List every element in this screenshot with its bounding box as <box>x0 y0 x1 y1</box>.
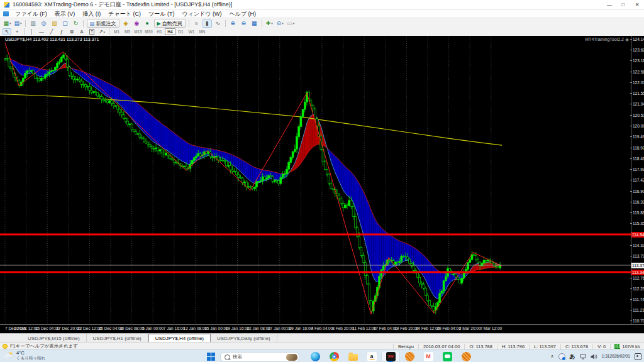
time-tick-label: 2 Mar 20:00 <box>459 326 481 331</box>
ime-indicator[interactable]: あ <box>570 353 575 361</box>
candle-chart-mode-icon: ▮ <box>206 19 209 28</box>
trendline-tool[interactable]: ╱ <box>47 28 56 35</box>
price-chart[interactable] <box>0 36 644 324</box>
price-tick-label: 116.900 <box>633 189 644 194</box>
start-button[interactable] <box>206 352 215 361</box>
horizontal-line-tool[interactable]: ― <box>37 28 46 35</box>
history-center-button[interactable]: ◆ <box>121 19 131 28</box>
onedrive-icon[interactable] <box>558 353 565 360</box>
timeframe-m5[interactable]: M5 <box>122 28 133 35</box>
notification-bell-icon[interactable] <box>635 353 641 360</box>
maximize-button[interactable]: □ <box>616 0 630 9</box>
text-icon: A <box>80 29 83 35</box>
menu-item-5[interactable]: ウィンドウ (W) <box>178 10 225 18</box>
fibonacci-tool[interactable]: ƒ <box>57 28 66 35</box>
gear-icon[interactable]: ◉ <box>625 37 629 41</box>
time-tick-label: 19 Feb 20:00 <box>394 326 418 331</box>
vertical-line-tool[interactable]: │ <box>27 28 36 35</box>
taskbar-app-gmail[interactable]: M <box>419 351 438 362</box>
periods-button[interactable]: ⊙▾ <box>275 19 285 28</box>
menu-item-3[interactable]: チャート (C) <box>104 10 145 18</box>
chart-tab[interactable]: USDJPY$,Daily (offline) <box>211 334 277 343</box>
zoom-out-button[interactable]: ⊖ <box>239 19 248 28</box>
crosshair-tool[interactable]: + <box>13 28 21 35</box>
taskbar-app-folder[interactable] <box>343 351 362 362</box>
zoom-in-button[interactable]: ⊕ <box>228 19 238 28</box>
status-quote-fields: Bensyu2016.03.07 04:00O: 113.788H: 113.7… <box>393 344 644 349</box>
taskbar-clock[interactable]: 1:31 2026/02/01 <box>602 354 630 359</box>
line-chart-mode-icon: ∿ <box>215 19 220 28</box>
tile-windows-icon: ▦ <box>252 19 257 28</box>
taskbar-app-mt4b[interactable] <box>457 351 475 362</box>
taskbar-weather-widget[interactable]: 4°C くもり時々晴れ <box>4 351 45 360</box>
bar-chart-mode-button[interactable]: ||| <box>192 19 201 28</box>
taskbar-app-icons: aXMM <box>306 351 475 362</box>
navigator-button[interactable]: ▧ <box>50 19 59 28</box>
search-highlight-thumbnail[interactable] <box>286 354 297 361</box>
tray-overflow-chevron-icon[interactable]: ∧ <box>550 354 553 359</box>
arrows-tool[interactable]: ↗▾ <box>97 28 106 35</box>
strategy-tester-button[interactable]: ↻ <box>71 19 80 28</box>
profiles-button[interactable]: ▤▾ <box>13 19 23 28</box>
new-chart-button[interactable]: ▦▾ <box>3 19 12 28</box>
data-window-button[interactable]: ◎ <box>39 19 48 28</box>
menu-item-1[interactable]: 表示 (V) <box>51 10 79 18</box>
volume-icon[interactable] <box>591 354 597 359</box>
cursor-tool[interactable]: ↖ <box>3 28 11 35</box>
display-icon[interactable] <box>580 354 586 359</box>
price-tick-label: 117.425 <box>633 178 644 182</box>
taskbar-app-edge[interactable] <box>306 351 325 362</box>
window-controls: — □ ✕ <box>602 0 644 9</box>
timeframe-m1[interactable]: M1 <box>111 28 122 35</box>
web-community-button[interactable]: ● <box>143 19 152 28</box>
candle-chart-mode-button[interactable]: ▮ <box>203 19 212 28</box>
taskbar-app-line[interactable] <box>438 351 457 362</box>
connection-status[interactable]: 107/9 kb <box>610 344 644 349</box>
line-chart-mode-button[interactable]: ∿ <box>213 19 223 28</box>
timeframe-h4[interactable]: H4 <box>165 28 175 35</box>
chart-tab[interactable]: USDJPY$,M15 (offline) <box>21 334 87 343</box>
time-axis[interactable]: 7 Dec 201510 Dec 12:0015 Dec 04:0017 Dec… <box>0 324 644 333</box>
minimize-button[interactable]: — <box>602 0 616 9</box>
timeframe-m15[interactable]: M15 <box>133 28 143 35</box>
price-tick-label: 115.865 <box>633 211 644 215</box>
menu-item-6[interactable]: ヘルプ (H) <box>225 10 260 18</box>
timeframe-mn[interactable]: MN <box>197 28 208 35</box>
templates-button[interactable]: ▭▾ <box>286 19 296 28</box>
auto-trading-button[interactable]: ▶自動売買 <box>154 19 186 28</box>
taskbar-app-mt4[interactable] <box>400 351 419 362</box>
search-box[interactable]: 検索 <box>220 352 299 362</box>
terminal-button[interactable]: ▢ <box>60 19 70 28</box>
gmail-icon: M <box>424 352 433 361</box>
taskbar-app-amazon[interactable]: a <box>362 351 381 362</box>
time-tick-label: 22 Jan 08:00 <box>247 326 270 331</box>
text-label-tool[interactable]: T <box>87 28 96 35</box>
price-tick-label: 124.145 <box>633 37 644 41</box>
current-price-box: 113.371 <box>631 263 644 268</box>
menu-item-0[interactable]: ファイル (F) <box>11 10 51 18</box>
timeframe-w1[interactable]: W1 <box>186 28 197 35</box>
menu-item-4[interactable]: ツール (T) <box>145 10 178 18</box>
chart-tab[interactable]: USDJPY$,H4 (offline) <box>148 334 211 343</box>
close-button[interactable]: ✕ <box>630 0 644 9</box>
price-axis[interactable]: 124.145123.620123.110122.585122.075121.5… <box>631 36 644 324</box>
timeframe-m30[interactable]: M30 <box>143 28 154 35</box>
menu-item-2[interactable]: 挿入 (I) <box>79 10 104 18</box>
tile-windows-button[interactable]: ▦ <box>250 19 259 28</box>
market-watch-button[interactable]: ▥ <box>28 19 38 28</box>
timeframe-h1[interactable]: H1 <box>154 28 165 35</box>
contacts-button[interactable]: ◉ <box>132 19 142 28</box>
text-tool[interactable]: A <box>77 28 86 35</box>
taskbar-app-xm[interactable]: XM <box>381 351 400 362</box>
chart-tab[interactable]: USDJPY$,H1 (offline) <box>87 334 148 343</box>
taskbar-app-chrome[interactable] <box>325 351 343 362</box>
new-order-button[interactable]: ▤新規注文 <box>87 19 119 28</box>
indicators-button[interactable]: ✚▾ <box>265 19 274 28</box>
timeframe-d1[interactable]: D1 <box>175 28 186 35</box>
dropdown-caret-icon: ▾ <box>282 21 284 25</box>
title-bar: 160084593: XMTrading-Demo 6 - デモ口座 - Tra… <box>0 0 644 10</box>
channels-tool[interactable]: ≣ <box>67 28 76 35</box>
chart-area[interactable]: USDJPY$,H4 113.402 113.431 113.273 113.3… <box>0 36 644 324</box>
window-title: 160084593: XMTrading-Demo 6 - デモ口座 - Tra… <box>13 1 232 9</box>
dropdown-caret-icon: ▾ <box>271 21 273 25</box>
